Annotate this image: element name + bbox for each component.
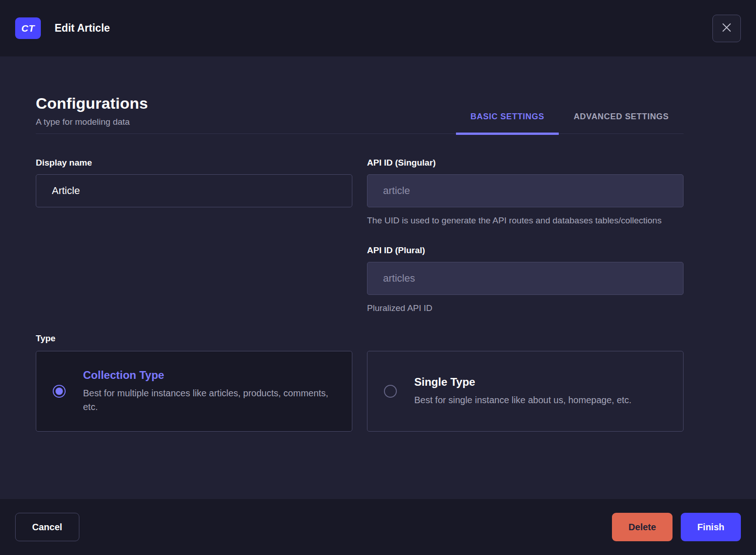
- type-option-description: Best for multiple instances like article…: [83, 386, 335, 414]
- radio-selected-icon[interactable]: [53, 385, 66, 398]
- api-id-plural-label: API ID (Plural): [367, 245, 684, 255]
- type-section: Type Collection Type Best for multiple i…: [36, 333, 684, 432]
- settings-tabs: BASIC SETTINGS ADVANCED SETTINGS: [456, 112, 684, 133]
- content-type-badge-label: CT: [22, 23, 35, 34]
- radio-dot: [56, 388, 63, 395]
- edit-content-type-modal: CT Edit Article Configurations A type fo…: [0, 0, 756, 555]
- close-button[interactable]: [712, 15, 741, 42]
- close-icon: [721, 22, 733, 35]
- radio-unselected-icon[interactable]: [384, 385, 397, 398]
- modal-body: Configurations A type for modeling data …: [0, 56, 756, 499]
- content-type-badge-icon: CT: [15, 17, 41, 39]
- tab-basic-settings[interactable]: BASIC SETTINGS: [456, 112, 559, 133]
- display-name-field-group: Display name: [36, 158, 352, 227]
- display-name-label: Display name: [36, 158, 352, 168]
- type-option-description: Best for single instance like about us, …: [414, 393, 632, 407]
- delete-button[interactable]: Delete: [612, 513, 673, 541]
- page-title: Configurations: [36, 94, 148, 112]
- modal-title: Edit Article: [55, 22, 110, 34]
- type-option-title: Single Type: [414, 376, 632, 388]
- type-options: Collection Type Best for multiple instan…: [36, 351, 684, 432]
- api-id-plural-hint: Pluralized API ID: [367, 301, 665, 315]
- api-id-singular-label: API ID (Singular): [367, 158, 684, 168]
- configurations-heading: Configurations A type for modeling data: [36, 94, 148, 133]
- modal-footer: Cancel Delete Finish: [0, 499, 756, 555]
- api-id-singular-input[interactable]: [367, 174, 684, 207]
- modal-header: CT Edit Article: [0, 0, 756, 56]
- type-option-text: Single Type Best for single instance lik…: [414, 376, 632, 407]
- configurations-form: Display name API ID (Singular) The UID i…: [36, 158, 684, 315]
- type-label: Type: [36, 333, 684, 344]
- finish-button[interactable]: Finish: [681, 513, 741, 541]
- cancel-button[interactable]: Cancel: [15, 513, 79, 541]
- type-option-collection-type[interactable]: Collection Type Best for multiple instan…: [36, 351, 352, 432]
- type-option-text: Collection Type Best for multiple instan…: [83, 369, 335, 414]
- type-option-title: Collection Type: [83, 369, 335, 382]
- api-id-singular-field-group: API ID (Singular) The UID is used to gen…: [367, 158, 684, 227]
- api-id-singular-hint: The UID is used to generate the API rout…: [367, 214, 665, 227]
- type-option-single-type[interactable]: Single Type Best for single instance lik…: [367, 351, 684, 432]
- display-name-input[interactable]: [36, 174, 352, 207]
- api-id-plural-field-group: API ID (Plural) Pluralized API ID: [367, 245, 684, 315]
- tab-advanced-settings[interactable]: ADVANCED SETTINGS: [559, 112, 684, 133]
- api-id-plural-input[interactable]: [367, 262, 684, 295]
- configurations-header: Configurations A type for modeling data …: [36, 94, 684, 134]
- page-subtitle: A type for modeling data: [36, 117, 148, 127]
